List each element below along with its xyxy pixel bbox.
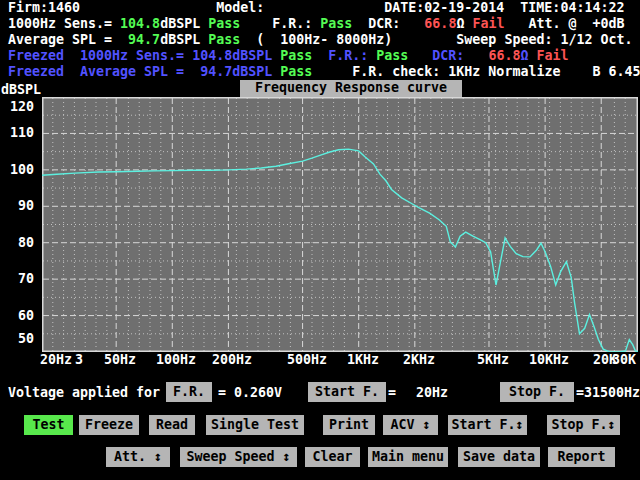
freeze-button[interactable]: Freeze (79, 415, 139, 435)
start-frequency-equals: = (388, 385, 396, 401)
fr-voltage-button[interactable]: F.R. (166, 382, 212, 402)
y-axis-tick-label: 80 (0, 235, 34, 251)
frozen-dcr-value: 66.8 (488, 48, 520, 63)
avg-range-sweep-speed: ( 100Hz- 8000Hz) Sweep Speed: 1/12 Oct. (240, 32, 632, 47)
ohm-symbol: Ω (456, 16, 472, 31)
stop-frequency-value: =31500Hz (576, 385, 640, 401)
chart-title: Frequency Response curve (240, 80, 462, 97)
sens-value: 104.8 (120, 16, 160, 31)
frozen-dcr-fail-badge: Fail (536, 48, 568, 63)
frozen-ohm-symbol: Ω (520, 48, 536, 63)
main-menu-button[interactable]: Main menu (368, 447, 448, 467)
frozen-fr-label: F.R.: (312, 48, 376, 63)
frozen-sens-pass-badge: Pass (280, 48, 312, 63)
y-axis-tick-label: 60 (0, 308, 34, 324)
frozen-avg-unit: dBSPL (232, 64, 280, 79)
read-button[interactable]: Read (149, 415, 195, 435)
start-frequency-value: 20Hz (416, 385, 448, 401)
x-axis-tick-label: 200Hz (212, 352, 252, 368)
x-axis-tick-label: 10KHz (529, 352, 569, 368)
attenuation-stepper-button[interactable]: Att. ↕ (106, 447, 170, 467)
attenuation-label: Att. @ +0dB (504, 16, 624, 31)
x-axis-tick-label: 50Hz (104, 352, 136, 368)
x-axis-tick-label: 500Hz (287, 352, 327, 368)
y-axis-tick-label: 100 (0, 162, 34, 178)
single-test-button[interactable]: Single Test (206, 415, 304, 435)
y-axis-tick-label: 120 (0, 99, 34, 115)
avg-spl-pass-badge: Pass (208, 32, 240, 47)
frozen-sens-unit: dBSPL (232, 48, 280, 63)
clear-button[interactable]: Clear (305, 447, 360, 467)
x-axis-tick-label: 100Hz (156, 352, 196, 368)
frozen-sens-value: 104.8 (192, 48, 232, 63)
header-line-firmware: Firm:1460 Model: DATE:02-19-2014 TIME:04… (0, 0, 640, 16)
frozen-avg-pass-badge: Pass (280, 64, 312, 79)
start-f-stepper-button[interactable]: Start F.↕ (448, 415, 527, 435)
avg-spl-label: Average SPL = (0, 32, 128, 47)
fr-check-normalize-info: F.R. check: 1KHz Normalize B 6.45 (312, 64, 640, 79)
fr-label: F.R.: (240, 16, 320, 31)
start-frequency-button[interactable]: Start F. (308, 382, 386, 402)
x-axis-tick-label: 1KHz (347, 352, 379, 368)
x-axis-tick-label: 3 (75, 352, 83, 368)
dcr-label: DCR: (352, 16, 424, 31)
y-axis-tick-label: 90 (0, 198, 34, 214)
x-axis-tick-label: 30K (612, 352, 636, 368)
avg-spl-unit: dBSPL (160, 32, 208, 47)
sens-unit: dBSPL (160, 16, 208, 31)
instrument-screen: Firm:1460 Model: DATE:02-19-2014 TIME:04… (0, 0, 640, 480)
report-button[interactable]: Report (548, 447, 615, 467)
frozen-avg-value: 94.7 (200, 64, 232, 79)
avg-spl-value: 94.7 (128, 32, 160, 47)
frequency-response-chart (42, 97, 638, 352)
y-axis-tick-label: 50 (0, 331, 34, 347)
dcr-fail-badge: Fail (472, 16, 504, 31)
fr-voltage-value: = 0.260V (218, 385, 282, 401)
dcr-value: 66.8 (424, 16, 456, 31)
header-line-frozen-sens: Freezed 1000Hz Sens.= 104.8dBSPL Pass F.… (0, 48, 640, 64)
y-axis-tick-label: 70 (0, 271, 34, 287)
x-axis-tick-label: 2KHz (403, 352, 435, 368)
frozen-avg-label: Freezed Average SPL = (0, 64, 200, 79)
save-data-button[interactable]: Save data (458, 447, 540, 467)
sens-pass-badge: Pass (208, 16, 240, 31)
header-line-live-sens: 1000Hz Sens.= 104.8dBSPL Pass F.R.: Pass… (0, 16, 640, 32)
x-axis-tick-label: 5KHz (477, 352, 509, 368)
header-line-live-avg: Average SPL = 94.7dBSPL Pass ( 100Hz- 80… (0, 32, 640, 48)
y-axis-tick-label: 110 (0, 125, 34, 141)
stop-frequency-button[interactable]: Stop F. (500, 382, 574, 402)
header-line-frozen-avg: Freezed Average SPL = 94.7dBSPL Pass F.R… (0, 64, 640, 80)
fr-pass-badge: Pass (320, 16, 352, 31)
frozen-sens-label: Freezed 1000Hz Sens.= (0, 48, 192, 63)
test-button[interactable]: Test (24, 415, 73, 435)
voltage-applied-label: Voltage applied for (8, 385, 160, 401)
sweep-speed-stepper-button[interactable]: Sweep Speed ↕ (180, 447, 297, 467)
firmware-model-date-time: Firm:1460 Model: DATE:02-19-2014 TIME:04… (0, 0, 624, 15)
print-button[interactable]: Print (323, 415, 375, 435)
sens-label: 1000Hz Sens.= (0, 16, 120, 31)
acv-stepper-button[interactable]: ACV ↕ (383, 415, 438, 435)
y-axis-unit-label: dBSPL (1, 82, 41, 98)
stop-f-stepper-button[interactable]: Stop F.↕ (547, 415, 620, 435)
frozen-fr-pass-badge: Pass (376, 48, 408, 63)
x-axis-tick-label: 20Hz (40, 352, 72, 368)
frozen-dcr-label: DCR: (408, 48, 488, 63)
